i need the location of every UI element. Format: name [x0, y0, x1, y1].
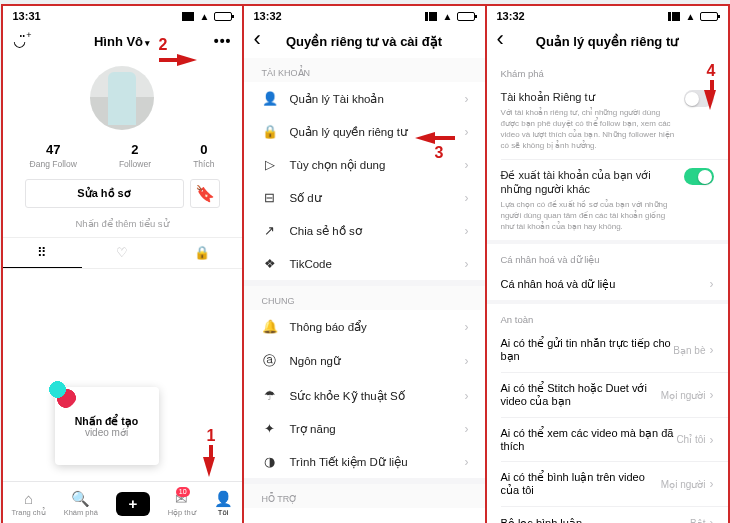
chevron-right-icon: ›: [465, 224, 469, 238]
chevron-right-icon: ›: [465, 158, 469, 172]
signal-icon: [668, 12, 682, 21]
nav-inbox[interactable]: ✉10Hộp thư: [168, 491, 196, 517]
section-discover: Khám phá: [487, 58, 728, 82]
tab-grid[interactable]: ⠿: [3, 238, 83, 268]
wifi-icon: ▲: [686, 11, 696, 22]
row-personalization[interactable]: Cá nhân hoá và dữ liệu›: [487, 268, 728, 300]
row-push-notif[interactable]: 🔔Thông báo đẩy›: [244, 310, 485, 343]
chevron-right-icon: ›: [465, 389, 469, 403]
row-manage-account[interactable]: 👤Quản lý Tài khoản›: [244, 82, 485, 115]
row-accessibility[interactable]: ✦Trợ năng›: [244, 412, 485, 445]
row-share-profile[interactable]: ↗Chia sẻ hồ sơ›: [244, 214, 485, 247]
share-icon: ↗: [260, 223, 280, 238]
data-icon: ◑: [260, 454, 280, 469]
row-digital-wellbeing[interactable]: ☂Sức khỏe Kỹ thuật Số›: [244, 379, 485, 412]
battery-icon: [700, 12, 718, 21]
suggest-account-toggle[interactable]: [684, 168, 714, 185]
home-icon: ⌂: [24, 491, 33, 506]
status-bar: 13:31 ▲: [3, 6, 242, 24]
status-bar: 13:32 ▲: [244, 6, 485, 24]
tab-liked[interactable]: ♡: [82, 238, 162, 268]
wifi-icon: ▲: [443, 11, 453, 22]
more-icon[interactable]: •••: [214, 33, 232, 49]
suggest-account-desc: Lựa chọn có đề xuất hồ sơ của bạn với nh…: [501, 199, 676, 232]
caret-down-icon: [143, 34, 150, 49]
chevron-right-icon: ›: [465, 257, 469, 271]
row-privacy[interactable]: 🔒Quản lý quyền riêng tư›: [244, 115, 485, 148]
row-suggest-account: Đề xuất tài khoản của bạn với những ngườ…: [487, 160, 728, 240]
section-account: TÀI KHOẢN: [244, 58, 485, 82]
stat-following[interactable]: 47Đang Follow: [30, 142, 77, 169]
row-balance[interactable]: ⊟Số dư›: [244, 181, 485, 214]
back-button[interactable]: [497, 32, 504, 50]
status-bar: 13:32 ▲: [487, 6, 728, 24]
row-tikcode[interactable]: ❖TikCode›: [244, 247, 485, 280]
private-account-toggle[interactable]: [684, 90, 714, 107]
row-content-pref[interactable]: ▷Tùy chọn nội dung›: [244, 148, 485, 181]
bell-icon: 🔔: [260, 319, 280, 334]
status-time: 13:32: [497, 10, 525, 22]
row-data-saver[interactable]: ◑Trình Tiết kiệm Dữ liệu›: [244, 445, 485, 478]
umbrella-icon: ☂: [260, 388, 280, 403]
battery-icon: [214, 12, 232, 21]
tab-private[interactable]: 🔒: [162, 238, 242, 268]
chevron-right-icon: ›: [710, 277, 714, 291]
username-dropdown[interactable]: Hình Vô: [41, 34, 204, 49]
globe-icon: ⓐ: [260, 352, 280, 370]
row-comments[interactable]: Ai có thể bình luận trên video của tôiMọ…: [487, 462, 728, 506]
private-account-desc: Với tài khoản riêng tư, chỉ những người …: [501, 107, 676, 151]
inbox-badge: 10: [176, 487, 190, 497]
chevron-right-icon: ›: [465, 354, 469, 368]
wifi-icon: ▲: [200, 11, 210, 22]
lock-icon: 🔒: [194, 245, 210, 260]
section-support: HỖ TRỢ: [244, 484, 485, 508]
chevron-right-icon: ›: [465, 191, 469, 205]
section-personalization: Cá nhân hoá và dữ liệu: [487, 244, 728, 268]
bookmark-button[interactable]: 🔖: [190, 179, 220, 208]
page-title: Quyền riêng tư và cài đặt: [282, 34, 447, 49]
access-icon: ✦: [260, 421, 280, 436]
bottom-nav: ⌂Trang chủ 🔍Khám phá + ✉10Hộp thư 👤Tôi: [3, 481, 242, 523]
add-friends-icon[interactable]: ◡̈: [13, 32, 26, 50]
row-private-account: Tài khoản Riêng tư Với tài khoản riêng t…: [487, 82, 728, 159]
nav-me[interactable]: 👤Tôi: [214, 491, 233, 517]
chevron-right-icon: ›: [465, 92, 469, 106]
bio-hint[interactable]: Nhấn để thêm tiểu sử: [3, 214, 242, 237]
status-time: 13:31: [13, 10, 41, 22]
nav-create-button[interactable]: +: [116, 492, 150, 516]
bookmark-icon: 🔖: [195, 184, 215, 203]
chevron-right-icon: ›: [465, 422, 469, 436]
signal-icon: [182, 12, 196, 21]
chevron-right-icon: ›: [710, 477, 714, 491]
video-icon: ▷: [260, 157, 280, 172]
stat-likes[interactable]: 0Thích: [193, 142, 214, 169]
chevron-right-icon: ›: [465, 320, 469, 334]
nav-home[interactable]: ⌂Trang chủ: [11, 491, 45, 517]
back-button[interactable]: [254, 32, 261, 50]
suggest-account-label: Đề xuất tài khoản của bạn với những ngườ…: [501, 168, 676, 196]
create-video-card[interactable]: Nhấn để tạo video mới: [55, 387, 159, 465]
chevron-right-icon: ›: [710, 433, 714, 447]
status-right: ▲: [182, 11, 232, 22]
panel-profile: 13:31 ▲ ◡̈ Hình Vô ••• 47Đang Follow 2Fo…: [1, 4, 244, 523]
chevron-right-icon: ›: [465, 455, 469, 469]
qr-icon: ❖: [260, 256, 280, 271]
grid-icon: ⠿: [37, 245, 47, 260]
lock-icon: 🔒: [260, 124, 280, 139]
annotation-1: 1: [207, 427, 216, 477]
row-language[interactable]: ⓐNgôn ngữ›: [244, 343, 485, 379]
coin-icon: ⊟: [260, 190, 280, 205]
stat-followers[interactable]: 2Follower: [119, 142, 151, 169]
nav-discover[interactable]: 🔍Khám phá: [64, 491, 98, 517]
row-stitch-duet[interactable]: Ai có thể Stitch hoặc Duet với video của…: [487, 373, 728, 417]
battery-icon: [457, 12, 475, 21]
row-liked-videos[interactable]: Ai có thể xem các video mà bạn đã thíchC…: [487, 418, 728, 461]
row-comment-filter[interactable]: Bộ lọc bình luậnBật›: [487, 507, 728, 523]
section-general: CHUNG: [244, 286, 485, 310]
row-dm[interactable]: Ai có thể gửi tin nhắn trực tiếp cho bạn…: [487, 328, 728, 372]
edit-profile-button[interactable]: Sửa hồ sơ: [25, 179, 184, 208]
avatar[interactable]: [90, 66, 154, 130]
person-icon: 👤: [260, 91, 280, 106]
swirl-icon: [47, 379, 77, 409]
chevron-right-icon: ›: [710, 516, 714, 523]
